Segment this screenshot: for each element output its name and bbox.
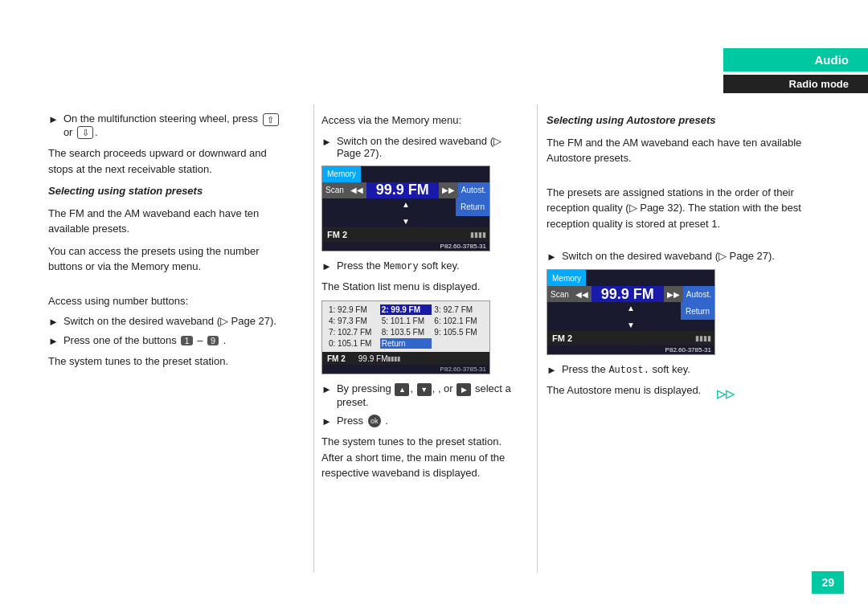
- left-bullet-2: ► Switch on the desired waveband (▷ Page…: [48, 315, 281, 328]
- fm2-label: FM 2: [322, 230, 352, 239]
- r-partno: P82.60-3785-31: [547, 345, 714, 354]
- r-memory-btn: Memory: [547, 270, 586, 286]
- r-signal-icon: ▮▮▮▮: [695, 334, 714, 342]
- left-bullet-3: ► Press one of the buttons 1 – 9 .: [48, 334, 281, 347]
- station-7: 7: 102.7 FM: [327, 327, 379, 337]
- btn-9: 9: [207, 336, 219, 345]
- right-bullet-arrow-2: ►: [547, 364, 557, 376]
- bullet-arrow-2: ►: [48, 316, 59, 328]
- station-list-bottom: FM 2 99.9 FM ▮▮▮▮: [322, 352, 489, 365]
- memory-code: Memory: [383, 261, 418, 272]
- left-section-title: Selecting using station presets: [48, 183, 281, 199]
- left-column: ► On the multifunction steering wheel, p…: [48, 112, 281, 376]
- page-number: 29: [812, 571, 844, 594]
- station-2: 2: 99.9 FM: [380, 304, 432, 315]
- right-bullet-1: ► Switch on the desired waveband (▷ Page…: [547, 250, 820, 263]
- middle-bullet-4: ► Press ok .: [321, 415, 522, 428]
- up-btn: ▲: [395, 383, 409, 396]
- right-bullet-2: ► Press the Autost. soft key.: [547, 363, 820, 376]
- station-4: 4: 97.3 FM: [327, 316, 379, 326]
- middle-bullet-3: ► By pressing ▲, ▼, , or ▶ select a pres…: [321, 382, 522, 408]
- skip-left-icon: ◀◀: [347, 182, 366, 198]
- left-access-number: Access using number buttons:: [48, 293, 281, 309]
- r-freq-display: 99.9 FM: [592, 286, 664, 302]
- right-body-3: The Autostore menu is displayed.: [547, 382, 701, 398]
- mid-bullet-1-text: Switch on the desired waveband (▷ Page 2…: [337, 135, 522, 159]
- left-body-3: You can access the presets using the num…: [48, 243, 281, 275]
- left-body-1: The search proceeds upward or downward a…: [48, 145, 281, 177]
- autost-code: Autost.: [608, 365, 649, 376]
- select-btn: ▶: [457, 383, 471, 396]
- r-skip-left-icon: ◀◀: [572, 286, 592, 302]
- mid-bullet-2-text: Press the Memory soft key.: [337, 260, 460, 272]
- mid-bullet-arrow-3: ►: [321, 383, 332, 395]
- nav-up-icon: ⇧: [263, 113, 279, 126]
- left-bullet-2-text: Switch on the desired waveband (▷ Page 2…: [63, 315, 276, 327]
- scan-btn: Scan: [322, 182, 347, 198]
- left-bullet-3-text: Press one of the buttons 1 – 9 .: [63, 334, 227, 346]
- sl-fm2: FM 2: [322, 354, 350, 363]
- r-autost-btn: Autost.: [683, 286, 714, 302]
- freq-display: 99.9 FM: [366, 182, 439, 198]
- divider-left: [313, 104, 314, 573]
- r-skip-right-icon: ▶▶: [664, 286, 683, 302]
- right-bullet-2-text: Press the Autost. soft key.: [562, 363, 690, 376]
- radio-display-right: Memory Scan ◀◀ 99.9 FM ▶▶ Autost. ▲ Retu…: [547, 269, 715, 355]
- autost-btn: Autost.: [458, 182, 489, 198]
- mid-bullet-arrow-1: ►: [321, 136, 332, 148]
- station-1: 1: 92.9 FM: [327, 304, 379, 315]
- right-body-1: The FM and the AM waveband each have ten…: [547, 135, 820, 166]
- middle-bullet-1: ► Switch on the desired waveband (▷ Page…: [321, 135, 522, 159]
- sl-signal: ▮▮▮▮: [387, 355, 402, 362]
- mid-bullet-3-text: By pressing ▲, ▼, , or ▶ select a preset…: [337, 382, 522, 408]
- sl-freq: 99.9 FM: [358, 354, 388, 363]
- partno-1: P82.60-3785-31: [322, 242, 489, 251]
- ok-btn: ok: [368, 415, 381, 427]
- middle-body-1: The Station list menu is displayed.: [321, 279, 522, 295]
- middle-bullet-2: ► Press the Memory soft key.: [321, 260, 522, 272]
- station-8: 8: 103.5 FM: [380, 327, 432, 337]
- sl-partno: P82.60-3785-31: [322, 365, 489, 374]
- continue-arrow: ▷▷: [717, 387, 735, 400]
- right-column: Selecting using Autostore presets The FM…: [547, 112, 820, 405]
- right-body-2: The presets are assigned stations in the…: [547, 185, 820, 232]
- radio-display-1: Memory Scan ◀◀ 99.9 FM ▶▶ Autost. ▲ Retu…: [321, 166, 490, 251]
- divider-right: [537, 104, 538, 573]
- audio-header: Audio: [723, 48, 868, 72]
- r-return-btn: Return: [681, 302, 714, 320]
- station-list-display: 1: 92.9 FM 2: 99.9 FM 3: 92.7 FM 4: 97.3…: [321, 300, 490, 374]
- triangle-up-icon: ▲: [402, 200, 410, 209]
- right-bullet-1-text: Switch on the desired waveband (▷ Page 2…: [562, 250, 775, 262]
- station-3: 3: 92.7 FM: [432, 304, 485, 315]
- left-body-2: The FM and the AM waveband each have ten…: [48, 206, 281, 237]
- mid-bullet-arrow-4: ►: [321, 415, 332, 427]
- station-9: 9: 105.5 FM: [432, 327, 485, 337]
- signal-icon: ▮▮▮▮: [470, 231, 489, 239]
- station-5: 5: 101.1 FM: [380, 316, 432, 326]
- r-triangle-up-icon: ▲: [627, 304, 635, 313]
- skip-right-icon: ▶▶: [439, 182, 458, 198]
- mid-bullet-4-text: Press ok .: [337, 415, 388, 428]
- station-grid: 1: 92.9 FM 2: 99.9 FM 3: 92.7 FM 4: 97.3…: [327, 304, 485, 349]
- down-btn: ▼: [417, 383, 432, 396]
- radio-mode-header: Radio mode: [723, 75, 868, 93]
- nav-down-icon: ⇩: [77, 126, 93, 139]
- middle-column: Access via the Memory menu: ► Switch on …: [321, 112, 522, 488]
- station-0: 0: 105.1 FM: [327, 338, 379, 349]
- mid-bullet-arrow-2: ►: [321, 260, 332, 272]
- middle-access-memory: Access via the Memory menu:: [321, 112, 522, 129]
- middle-body-2: The system tunes to the preset station. …: [321, 434, 522, 481]
- bullet-arrow: ►: [48, 113, 59, 125]
- right-bullet-arrow-1: ►: [547, 251, 557, 263]
- memory-btn: Memory: [322, 166, 361, 182]
- left-bullet-1-text: On the multifunction steering wheel, pre…: [63, 112, 281, 139]
- station-6: 6: 102.1 FM: [432, 316, 485, 326]
- r-fm2-label: FM 2: [547, 333, 577, 343]
- bullet-arrow-3: ►: [48, 335, 59, 347]
- btn-1: 1: [181, 336, 192, 345]
- station-return: Return: [380, 338, 432, 349]
- station-list-body: 1: 92.9 FM 2: 99.9 FM 3: 92.7 FM 4: 97.3…: [322, 301, 489, 352]
- return-btn: Return: [456, 198, 489, 216]
- r-triangle-down-icon: ▼: [627, 321, 635, 329]
- left-bullet-1: ► On the multifunction steering wheel, p…: [48, 112, 281, 139]
